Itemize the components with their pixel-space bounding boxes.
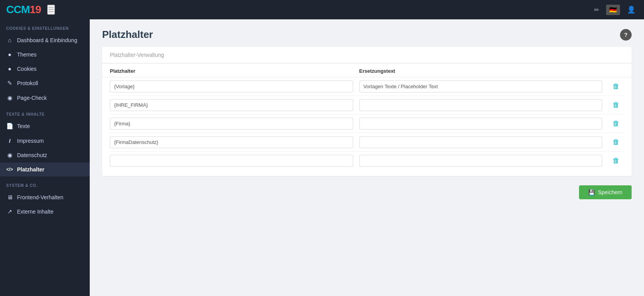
page-check-icon: ◉ [6,94,13,101]
user-button[interactable]: 👤 [625,3,638,16]
sidebar-section-cookies: COOKIES & EINSTELLUNGEN [0,19,90,33]
platzhalter-card: Platzhalter-Verwaltung Platzhalter Erset… [102,47,632,176]
impressum-icon: I [6,137,13,144]
sidebar-item-label: Dashboard & Einbindung [17,37,77,43]
delete-button-5[interactable]: 🗑 [608,157,624,165]
topnav: CCM19 ☰ ✏ 🇩🇪 👤 [0,0,644,19]
platzhalter-icon: </> [6,167,13,172]
sidebar-item-label: Page-Check [17,95,47,101]
placeholder-input-2[interactable] [110,99,353,111]
card-tab-label: Platzhalter-Verwaltung [110,52,164,58]
table-row: 🗑 [110,77,624,96]
help-button[interactable]: ? [620,29,632,41]
sidebar-item-label: Cookies [17,66,37,72]
sidebar-item-themes[interactable]: ● Themes [0,47,90,62]
replacement-input-3[interactable] [359,118,603,130]
sidebar-item-page-check[interactable]: ◉ Page-Check [0,91,90,105]
delete-button-3[interactable]: 🗑 [608,120,624,128]
sidebar-item-dashboard[interactable]: ⌂ Dashboard & Einbindung [0,33,90,47]
table-row: 🗑 [110,96,624,115]
hamburger-button[interactable]: ☰ [47,5,55,15]
texte-icon: 📄 [6,123,13,130]
flag-icon: 🇩🇪 [609,6,617,14]
save-label: Speichern [598,189,622,195]
sidebar-section-texte: TEXTE & INHALTE [0,105,90,119]
page-header: Platzhalter ? [90,19,644,47]
sidebar-item-platzhalter[interactable]: </> Platzhalter [0,163,90,176]
datenschutz-icon: ◉ [6,152,13,159]
protokoll-icon: ✎ [6,80,13,87]
sidebar-item-externe[interactable]: ↗ Externe Inhalte [0,204,90,219]
replacement-input-1[interactable] [359,80,603,92]
replacement-input-2[interactable] [359,99,603,111]
externe-icon: ↗ [6,208,13,215]
sidebar-item-datenschutz[interactable]: ◉ Datenschutz [0,148,90,163]
table-row: 🗑 [110,152,624,170]
placeholder-input-3[interactable] [110,118,353,130]
language-button[interactable]: 🇩🇪 [606,5,620,15]
sidebar-item-label: Texte [17,123,30,129]
sidebar-item-protokoll[interactable]: ✎ Protokoll [0,76,90,91]
sidebar: COOKIES & EINSTELLUNGEN ⌂ Dashboard & Ei… [0,19,90,296]
sidebar-item-cookies[interactable]: ● Cookies [0,62,90,76]
sidebar-item-label: Platzhalter [17,166,44,173]
replacement-input-5[interactable] [359,155,603,167]
sidebar-item-label: Externe Inhalte [17,209,53,215]
sidebar-item-label: Themes [17,51,37,58]
save-area: 💾 Speichern [90,185,644,209]
dashboard-icon: ⌂ [6,37,13,43]
sidebar-item-impressum[interactable]: I Impressum [0,133,90,148]
main-content: Platzhalter ? Platzhalter-Verwaltung Pla… [90,19,644,296]
col-header-platzhalter: Platzhalter [110,68,353,74]
cookies-icon: ● [6,65,13,72]
placeholder-input-4[interactable] [110,136,353,148]
sidebar-item-frontend[interactable]: 🖥 Frontend-Verhalten [0,190,90,204]
sidebar-section-system: SYSTEM & CO. [0,176,90,190]
sidebar-item-label: Protokoll [17,80,38,86]
save-icon: 💾 [588,189,595,195]
sidebar-item-texte[interactable]: 📄 Texte [0,119,90,133]
placeholder-input-5[interactable] [110,155,353,167]
table-row: 🗑 [110,115,624,133]
card-tab-header: Platzhalter-Verwaltung [102,47,632,63]
placeholder-input-1[interactable] [110,80,353,92]
sidebar-item-label: Datenschutz [17,152,47,158]
delete-button-2[interactable]: 🗑 [608,101,624,109]
edit-button[interactable]: ✏ [592,4,601,16]
page-title: Platzhalter [102,29,153,41]
table-row: 🗑 [110,133,624,152]
frontend-icon: 🖥 [6,194,13,200]
logo: CCM19 [6,3,41,16]
delete-button-1[interactable]: 🗑 [608,82,624,91]
col-header-ersetzungstext: Ersetzungstext [359,68,603,74]
replacement-input-4[interactable] [359,136,603,148]
save-button[interactable]: 💾 Speichern [579,185,632,199]
delete-button-4[interactable]: 🗑 [608,138,624,146]
table-header: Platzhalter Ersetzungstext [102,63,632,77]
placeholder-rows: 🗑 🗑 🗑 🗑 🗑 [102,77,632,176]
sidebar-item-label: Frontend-Verhalten [17,194,63,200]
themes-icon: ● [6,51,13,58]
sidebar-item-label: Impressum [17,138,44,144]
